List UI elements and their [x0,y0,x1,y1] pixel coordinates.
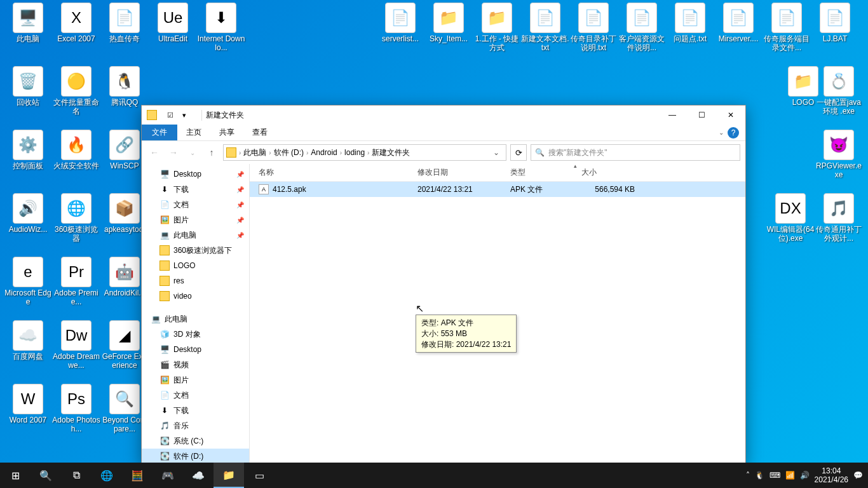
desktop-icon[interactable]: PsAdobe Photosh... [52,384,100,434]
col-size[interactable]: 大小 [576,164,640,181]
ribbon-tabs: 文件 主页 共享 查看 ⌄ ? [142,125,745,141]
desktop-icon[interactable]: ⚙️控制面板 [4,130,52,170]
col-name[interactable]: 名称 [250,164,412,181]
desktop-icon[interactable]: 🟡文件批量重命名 [52,66,100,116]
tray-app-icon[interactable]: 🐧 [755,471,764,480]
desktop-icon[interactable]: XExcel 2007 [52,3,100,43]
breadcrumb[interactable]: 此电脑 [241,147,269,158]
desktop-icon[interactable]: 📄serverlist... [376,3,424,43]
tray-notifications-icon[interactable]: 💬 [853,471,863,480]
tray-clock[interactable]: 13:04 2021/4/26 [815,466,848,485]
taskbar-app[interactable]: 🎮 [153,463,183,488]
breadcrumb[interactable]: 软件 (D:) [271,147,306,158]
desktop-icon[interactable]: WWord 2007 [4,384,52,424]
desktop-icon[interactable]: 🐧腾讯QQ [100,66,149,107]
up-button[interactable]: ↑ [204,145,219,160]
taskbar-app[interactable]: ☁️ [183,463,214,488]
desktop-icon[interactable]: PrAdobe Premie... [52,257,100,307]
desktop-icon[interactable]: 📁1.工作 - 快捷方式 [473,3,521,53]
taskbar-app[interactable]: 🧮 [122,463,153,488]
desktop-icon[interactable]: ☁️百度网盘 [4,320,52,361]
nav-item[interactable]: 🖥️Desktop [142,342,249,357]
desktop-icon[interactable]: 📁Sky_Item... [424,3,473,43]
refresh-button[interactable]: ⟳ [510,144,527,161]
nav-item[interactable]: 💻此电脑📌 [142,227,249,243]
search-input[interactable]: 🔍 搜索"新建文件夹" [531,144,740,161]
tray-network-icon[interactable]: 📶 [785,471,795,480]
desktop-icon[interactable]: UeUltraEdit [149,3,197,43]
tab-share[interactable]: 共享 [210,125,243,140]
qat-newfolder-icon[interactable]: ▾ [179,109,190,121]
breadcrumb[interactable]: Android [308,148,339,157]
nav-item[interactable]: 💽软件 (D:) [142,449,249,464]
breadcrumb[interactable]: loding [342,148,367,157]
desktop-icon[interactable]: 🖥️此电脑 [4,3,52,43]
nav-item[interactable]: 🎵音乐 [142,418,249,433]
nav-item[interactable]: res [142,273,249,288]
desktop-icon[interactable]: 📄热血传奇 [100,3,149,43]
nav-item[interactable]: ⬇下载 [142,403,249,418]
desktop-icon[interactable]: 🌐360极速浏览器 [52,193,100,243]
help-icon[interactable]: ? [728,127,739,139]
tab-home[interactable]: 主页 [177,125,210,140]
desktop-icon[interactable]: 😈RPGViewer.exe [815,130,863,180]
nav-item[interactable]: video [142,288,249,304]
qat-properties-icon[interactable]: ☑ [165,109,176,121]
file-tab[interactable]: 文件 [142,125,177,140]
desktop-icon[interactable]: 🎵传奇通用补丁外观计... [815,193,863,243]
tray-input-icon[interactable]: ⌨ [770,471,780,480]
search-button[interactable]: 🔍 [31,463,61,488]
col-date[interactable]: 修改日期 [412,164,505,181]
maximize-button[interactable]: ☐ [687,105,716,125]
icon-label: Microsoft Edge [4,288,52,307]
breadcrumb[interactable]: 新建文件夹 [369,147,412,158]
nav-item[interactable]: 📄文档📌 [142,197,249,212]
nav-label: 此电脑 [165,314,187,325]
desktop-icon[interactable]: ⬇Internet Downlo... [197,3,245,53]
tab-view[interactable]: 查看 [243,125,276,140]
taskbar-explorer[interactable]: 📁 [214,463,244,488]
forward-button[interactable]: → [166,145,181,160]
nav-item[interactable]: 🧊3D 对象 [142,327,249,342]
taskbar-app[interactable]: 🌐 [92,463,122,488]
desktop-icon[interactable]: 🔊AudioWiz... [4,193,52,234]
back-button[interactable]: ← [147,145,162,160]
tray-chevron-icon[interactable]: ˄ [746,471,750,480]
nav-thispc[interactable]: 💻此电脑 [142,311,249,327]
desktop-icon[interactable]: 📄传奇服务端目录文件... [763,3,811,53]
col-type[interactable]: 类型 [505,164,576,181]
nav-item[interactable]: 🖼️图片📌 [142,212,249,227]
recent-dropdown[interactable]: ⌄ [185,145,200,160]
file-row[interactable]: A412.5.apk2021/4/22 13:21APK 文件566,594 K… [250,182,745,197]
desktop-icon[interactable]: 📄传奇目录补丁说明.txt [569,3,618,53]
close-button[interactable]: ✕ [716,105,745,125]
icon-label: 新建文本文档.txt [521,34,569,53]
nav-item[interactable]: 360极速浏览器下 [142,243,249,258]
nav-item[interactable]: LOGO [142,258,249,273]
tray-volume-icon[interactable]: 🔊 [800,471,810,480]
desktop-icon[interactable]: 📄新建文本文档.txt [521,3,569,53]
nav-item[interactable]: 🎬视频 [142,357,249,372]
nav-item[interactable]: 💽系统 (C:) [142,433,249,449]
address-bar[interactable]: › 此电脑› 软件 (D:)› Android› loding› 新建文件夹 ⌄ [223,144,506,161]
desktop-icon[interactable]: 🗑️回收站 [4,66,52,107]
nav-item[interactable]: 📄文档 [142,388,249,403]
desktop-icon[interactable]: 📄Mirserver.... [714,3,763,43]
address-dropdown-icon[interactable]: ⌄ [489,148,503,157]
desktop-icon[interactable]: eMicrosoft Edge [4,257,52,307]
desktop-icon[interactable]: DXWIL编辑器(64位).exe [766,193,815,243]
nav-item[interactable]: ⬇下载📌 [142,182,249,197]
taskbar-app[interactable]: ▭ [244,463,275,488]
desktop-icon[interactable]: 📄问题点.txt [666,3,714,43]
desktop-icon[interactable]: DwAdobe Dreamwe... [52,320,100,370]
ribbon-expand-icon[interactable]: ⌄ [719,129,724,136]
desktop-icon[interactable]: 🔥火绒安全软件 [52,130,100,170]
taskview-button[interactable]: ⧉ [61,463,92,488]
nav-item[interactable]: 🖼️图片 [142,372,249,388]
start-button[interactable]: ⊞ [0,463,31,488]
nav-item[interactable]: 🖥️Desktop📌 [142,166,249,182]
minimize-button[interactable]: — [658,105,687,125]
desktop-icon[interactable]: 📄客户端资源文件说明... [618,3,666,53]
desktop-icon[interactable]: 📄LJ.BAT [811,3,859,43]
desktop-icon[interactable]: 💍一键配置java环境 .exe [815,66,863,116]
